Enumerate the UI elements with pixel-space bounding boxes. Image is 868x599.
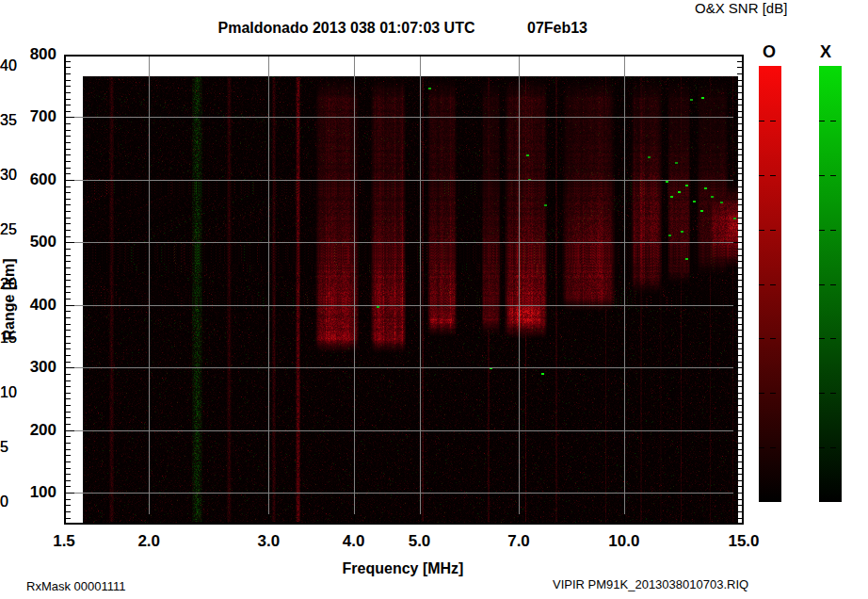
colorbar-x-gradient xyxy=(819,66,842,502)
colorbar-tick-dash xyxy=(759,230,776,231)
x-axis-title: Frequency [MHz] xyxy=(343,560,464,577)
colorbar-tick-dash xyxy=(819,447,836,448)
y-tick-label: 700 xyxy=(13,107,56,126)
colorbar-tick-label: 10 xyxy=(0,384,28,401)
ionogram-canvas xyxy=(64,55,744,525)
colorbar-tick-dash xyxy=(759,284,776,285)
colorbar-o-header: O xyxy=(763,42,776,62)
x-tick-label: 1.5 xyxy=(53,532,75,551)
chart-title: Pmaldonado 2013 038 01:07:03 UTC xyxy=(217,20,474,37)
colorbar-tick-dash xyxy=(759,338,776,339)
x-tick-label: 2.0 xyxy=(137,532,160,551)
colorbar-tick-dash xyxy=(819,338,836,339)
x-tick-label: 10.0 xyxy=(608,532,639,551)
colorbar-tick-dash xyxy=(819,121,836,121)
ionogram-page: Pmaldonado 2013 038 01:07:03 UTC 07Feb13… xyxy=(0,0,868,599)
colorbar-tick-dash xyxy=(759,121,776,121)
colorbar-tick-dash xyxy=(819,393,836,394)
y-tick-label: 600 xyxy=(13,170,56,189)
colorbar-tick-dash xyxy=(819,230,836,231)
colorbar-tick-dash xyxy=(819,500,836,501)
y-tick-label: 800 xyxy=(13,45,56,64)
colorbar-tick-dash xyxy=(759,393,776,394)
x-tick-label: 3.0 xyxy=(258,532,281,551)
y-tick-label: 200 xyxy=(13,421,56,440)
rx-mask-label: RxMask 00001111 xyxy=(26,579,126,593)
y-tick-label: 100 xyxy=(13,483,56,502)
x-tick-label: 7.0 xyxy=(507,532,530,551)
y-tick-label: 400 xyxy=(13,296,56,315)
y-tick-label: 500 xyxy=(13,233,56,251)
colorbar-tick-dash xyxy=(759,175,776,176)
data-filename-label: VIPIR PM91K_2013038010703.RIQ xyxy=(553,577,748,591)
x-tick-label: 5.0 xyxy=(409,532,431,551)
colorbar-tick-dash xyxy=(819,175,836,176)
colorbar-o-gradient xyxy=(759,66,781,502)
x-tick-label: 4.0 xyxy=(343,532,365,551)
x-tick-label: 15.0 xyxy=(728,532,759,551)
chart-date: 07Feb13 xyxy=(527,20,587,37)
colorbar-tick-label: 5 xyxy=(0,439,28,456)
colorbar-x-header: X xyxy=(820,42,831,62)
colorbar-tick-dash xyxy=(819,284,836,285)
y-tick-label: 300 xyxy=(13,358,56,377)
colorbar-title: O&X SNR [dB] xyxy=(695,0,787,16)
colorbar-tick-dash xyxy=(759,447,776,448)
colorbar-tick-dash xyxy=(759,500,776,501)
y-axis-title: Range [km] xyxy=(1,258,18,340)
